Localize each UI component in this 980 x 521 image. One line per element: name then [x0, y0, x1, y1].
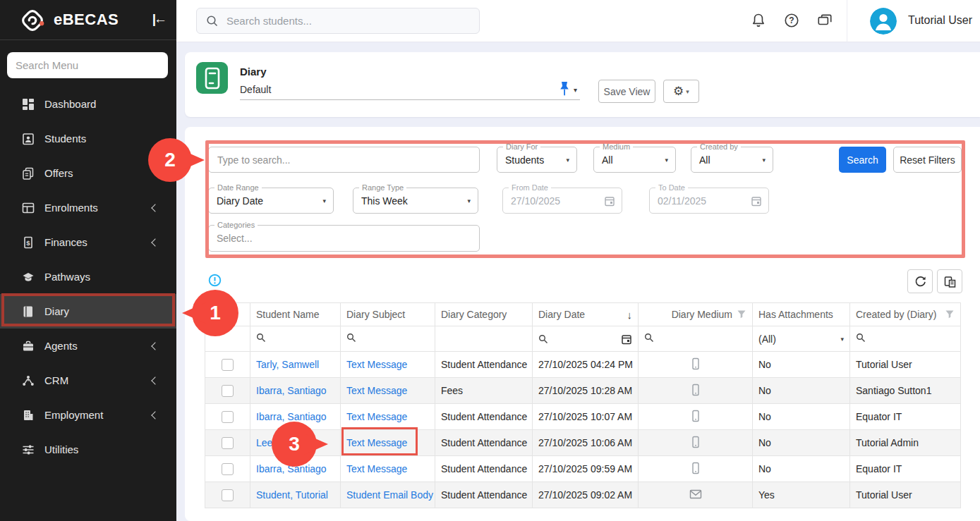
student-name-link[interactable]: Lee,: [256, 437, 275, 448]
column-header-created-by[interactable]: Created by (Diary): [850, 303, 961, 326]
student-search-input[interactable]: [226, 15, 466, 27]
created-by-cell: Tutorial User: [850, 352, 961, 378]
diary-category-cell: Student Attendance: [435, 430, 533, 456]
reset-filters-button[interactable]: Reset Filters: [893, 147, 962, 173]
agents-icon: [21, 339, 35, 353]
sidebar-item-crm[interactable]: CRM: [0, 363, 176, 398]
row-checkbox[interactable]: [222, 463, 234, 475]
search-button[interactable]: Search: [839, 147, 886, 173]
row-checkbox[interactable]: [222, 385, 234, 397]
column-header-has-attachments[interactable]: Has Attachments: [753, 303, 850, 326]
pin-icon[interactable]: [557, 81, 571, 99]
filter-diary-category[interactable]: [435, 326, 533, 352]
created-by-select[interactable]: Created by All ▾: [691, 147, 773, 173]
sidebar-item-offers[interactable]: Offers: [0, 156, 176, 190]
info-icon[interactable]: [208, 274, 222, 287]
filter-student-name[interactable]: [250, 326, 341, 352]
sidebar-item-label: CRM: [44, 374, 68, 386]
offers-icon: [21, 166, 35, 180]
diary-subject-link[interactable]: Text Message: [346, 359, 407, 370]
diary-icon: [21, 305, 35, 319]
table-row: Ibarra, SantiagoText MessageStudent Atte…: [205, 404, 961, 430]
filter-has-attachments[interactable]: (All)▾: [753, 326, 850, 352]
has-attachments-cell: No: [753, 352, 850, 378]
select-all-checkbox[interactable]: [222, 309, 234, 321]
chevron-left-icon: [151, 411, 159, 419]
export-grid-button[interactable]: [937, 269, 962, 293]
diary-subject-link[interactable]: Text Message: [346, 411, 407, 422]
help-icon[interactable]: ?: [783, 12, 800, 29]
diary-date-cell: 27/10/2025 09:59 AM: [533, 456, 639, 482]
sidebar-item-utilities[interactable]: Utilities: [0, 432, 176, 467]
diary-content-card: Diary For Students ▾ Medium All ▾ Create…: [185, 127, 980, 521]
collapse-sidebar-icon[interactable]: |←: [152, 11, 165, 27]
student-name-link[interactable]: Student, Tutorial: [256, 489, 328, 501]
chevron-down-icon: ▾: [467, 197, 471, 204]
column-header-diary-date[interactable]: Diary Date↓: [533, 303, 639, 326]
row-checkbox[interactable]: [222, 359, 234, 371]
diary-medium-cell: [639, 404, 753, 430]
has-attachments-cell: No: [753, 378, 850, 404]
sidebar-item-label: Students: [44, 133, 86, 145]
sidebar-item-finances[interactable]: $Finances: [0, 225, 176, 259]
created-by-cell: Equator IT: [850, 456, 961, 482]
user-avatar[interactable]: [870, 8, 897, 35]
column-header-diary-medium[interactable]: Diary Medium: [639, 303, 753, 326]
column-header-student-name[interactable]: Student Name: [250, 303, 341, 326]
sidebar-item-dashboard[interactable]: Dashboard: [0, 87, 176, 121]
sidebar-menu-search-input[interactable]: [7, 52, 168, 78]
sidebar-item-students[interactable]: Students: [0, 121, 176, 156]
diary-subject-link[interactable]: Text Message: [346, 437, 407, 448]
bell-icon[interactable]: [750, 12, 767, 29]
student-name-link[interactable]: Ibarra, Santiago: [256, 385, 327, 396]
save-view-button[interactable]: Save View: [598, 80, 655, 103]
grid-settings-button[interactable]: ⚙▾: [663, 80, 699, 103]
diary-subject-link[interactable]: Text Message: [346, 385, 407, 396]
filter-diary-medium[interactable]: [639, 326, 753, 352]
diary-category-cell: Student Attendance: [435, 456, 533, 482]
sidebar-item-agents[interactable]: Agents: [0, 329, 176, 363]
refresh-button[interactable]: [907, 269, 933, 293]
sidebar-item-label: Utilities: [44, 443, 78, 455]
student-name-link[interactable]: Ibarra, Santiago: [256, 411, 327, 422]
sidebar-item-diary[interactable]: Diary: [0, 294, 176, 329]
diary-for-select[interactable]: Diary For Students ▾: [497, 147, 577, 173]
sidebar-item-enrolments[interactable]: Enrolments: [0, 190, 176, 225]
diary-subject-link[interactable]: Student Email Body: [346, 489, 433, 501]
diary-medium-cell: [639, 456, 753, 482]
envelope-icon: [689, 489, 703, 500]
filter-created-by[interactable]: [850, 326, 961, 352]
student-name-link[interactable]: Tarly, Samwell: [256, 359, 319, 370]
enrolments-icon: [21, 201, 35, 215]
view-selector[interactable]: Default ▾: [240, 82, 580, 100]
table-row: Lee,Text MessageStudent Attendance27/10/…: [205, 430, 961, 456]
employment-icon: [21, 408, 35, 422]
diary-medium-cell: [639, 482, 753, 508]
column-header-diary-category[interactable]: Diary Category: [435, 303, 533, 326]
calendar-icon[interactable]: [621, 333, 632, 345]
filter-diary-date[interactable]: [533, 326, 639, 352]
filter-funnel-icon[interactable]: [737, 309, 746, 319]
row-checkbox[interactable]: [222, 489, 234, 501]
diary-subject-link[interactable]: Text Message: [346, 463, 407, 474]
range-type-select[interactable]: Range Type This Week ▾: [353, 188, 478, 214]
student-search[interactable]: [196, 8, 480, 34]
row-checkbox[interactable]: [222, 411, 234, 423]
student-name-link[interactable]: Ibarra, Santiago: [256, 463, 327, 474]
diary-text-search-input[interactable]: [208, 147, 480, 173]
sidebar-item-employment[interactable]: Employment: [0, 398, 176, 432]
sidebar-item-pathways[interactable]: Pathways: [0, 259, 176, 294]
categories-select[interactable]: Categories Select...: [208, 225, 480, 252]
medium-select[interactable]: Medium All ▾: [593, 147, 676, 173]
from-date-field[interactable]: From Date 27/10/2025: [502, 188, 622, 214]
sidebar-nav: DashboardStudentsOffersEnrolments$Financ…: [0, 87, 176, 467]
row-checkbox[interactable]: [222, 437, 234, 449]
date-range-select[interactable]: Date Range Diary Date ▾: [208, 188, 334, 214]
to-date-field[interactable]: To Date 02/11/2025: [649, 188, 769, 214]
filter-funnel-icon[interactable]: [945, 309, 955, 319]
chat-icon[interactable]: [816, 12, 833, 29]
search-icon: [538, 334, 548, 344]
filter-diary-subject[interactable]: [341, 326, 435, 352]
chevron-left-icon: [151, 204, 159, 212]
column-header-diary-subject[interactable]: Diary Subject: [341, 303, 435, 326]
